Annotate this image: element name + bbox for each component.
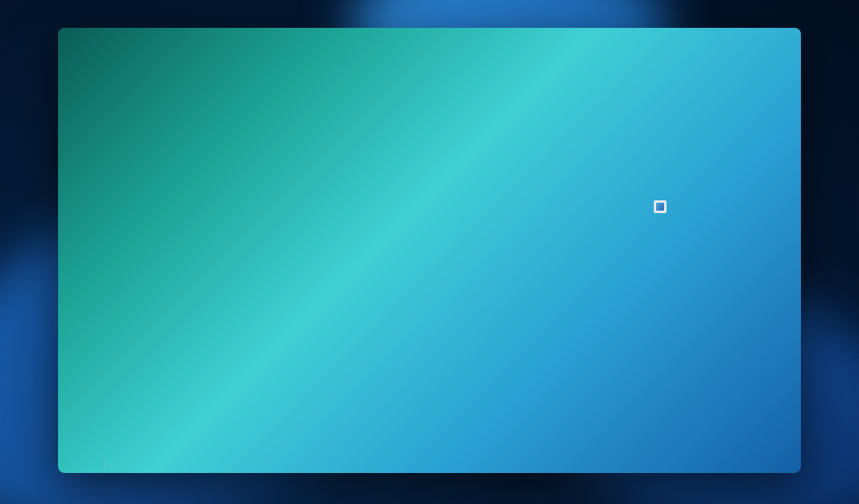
details-pane: TouchKeyboardThe... ↗ Share Details Type… [643,119,801,452]
body: Home Gallery › A test - Personal Desktop… [58,119,801,452]
preview-thumbnail [644,119,801,186]
file-icon [654,200,667,213]
file-explorer-window: Gallery ✕ ＋ — ▢ ✕ ⊕ New ▾ ✂ ⧉ 📋 ✎ ↗ 🗑 ⇵ … [58,28,801,473]
